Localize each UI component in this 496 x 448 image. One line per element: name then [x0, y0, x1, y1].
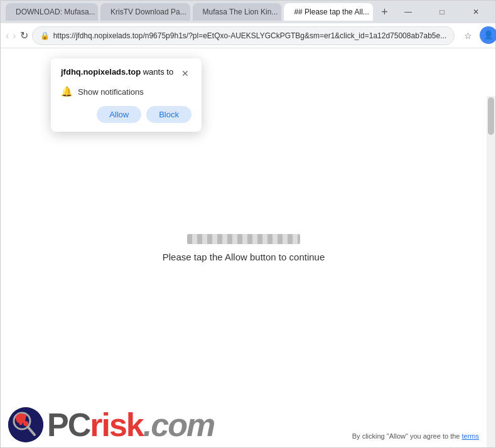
pcrisk-logo-icon	[8, 407, 43, 442]
logo-pc: PC	[47, 407, 90, 443]
popup-title: jfdhq.nopixelads.top wants to	[61, 67, 173, 77]
footer-terms: By clicking "Allow" you agree to the ter…	[352, 432, 479, 442]
new-tab-icon: +	[381, 6, 388, 19]
pcrisk-logo-text: PCrisk.com	[47, 408, 214, 441]
tab-mufasa[interactable]: Mufasa The Lion Kin... ✕	[193, 3, 282, 21]
back-button[interactable]: ‹	[6, 26, 9, 46]
content-area: jfdhq.nopixelads.top wants to ✕ 🔔 Show n…	[1, 48, 495, 447]
url-text: https://jfdhq.nopixelads.top/n9675p9h1s/…	[53, 31, 447, 40]
maximize-button[interactable]: □	[428, 3, 456, 21]
page-message: Please tap the Allow button to continue	[163, 252, 325, 262]
popup-domain: jfdhq.nopixelads.top	[61, 67, 141, 77]
scrollbar-thumb[interactable]	[488, 97, 494, 135]
tab-download-mufasa[interactable]: DOWNLOAD: Mufasa... ✕	[6, 3, 98, 21]
tab3-label: Mufasa The Lion Kin...	[203, 8, 278, 16]
toolbar-actions: ☆ 👤 ⋮	[458, 26, 496, 45]
progress-bar-container	[187, 234, 300, 244]
svg-point-4	[19, 422, 23, 425]
popup-title-suffix: wants to	[141, 67, 173, 77]
popup-close-button[interactable]: ✕	[179, 67, 191, 80]
profile-icon: 👤	[483, 30, 493, 40]
scrollbar[interactable]	[487, 96, 495, 447]
svg-point-3	[23, 414, 26, 418]
lock-icon: 🔒	[40, 31, 50, 40]
logo-area: PCrisk.com	[8, 407, 214, 442]
new-tab-button[interactable]: +	[378, 3, 391, 21]
title-bar: DOWNLOAD: Mufasa... ✕ KrisTV Download Pa…	[1, 1, 495, 23]
allow-button[interactable]: Allow	[97, 106, 141, 123]
svg-point-0	[8, 407, 43, 442]
forward-button[interactable]: ›	[13, 26, 16, 46]
logo-com: .com	[143, 407, 214, 443]
popup-header: jfdhq.nopixelads.top wants to ✕	[61, 67, 191, 80]
bell-icon: 🔔	[61, 86, 73, 97]
popup-notification-text: Show notifications	[78, 87, 144, 97]
tab-please-tap[interactable]: ## Please tap the All... ✕	[284, 3, 373, 21]
profile-button[interactable]: 👤	[480, 26, 496, 44]
tab2-label: KrisTV Download Pa...	[111, 8, 186, 16]
terms-link[interactable]: terms	[462, 432, 480, 440]
logo-risk: risk	[90, 407, 143, 443]
tab4-label: ## Please tap the All...	[294, 8, 369, 16]
tab1-label: DOWNLOAD: Mufasa...	[16, 8, 95, 16]
notification-popup: jfdhq.nopixelads.top wants to ✕ 🔔 Show n…	[51, 58, 202, 132]
minimize-button[interactable]: —	[394, 3, 423, 21]
tab-kristv[interactable]: KrisTV Download Pa... ✕	[100, 3, 190, 21]
address-bar[interactable]: 🔒 https://jfdhq.nopixelads.top/n9675p9h1…	[32, 26, 455, 45]
popup-notification-row: 🔔 Show notifications	[61, 86, 191, 97]
popup-buttons: Allow Block	[61, 106, 191, 123]
window-controls: — □ ✕	[394, 3, 490, 21]
svg-point-2	[16, 416, 21, 421]
page-footer: PCrisk.com By clicking "Allow" you agree…	[1, 402, 487, 447]
terms-text: By clicking "Allow" you agree to the	[352, 432, 460, 440]
close-button[interactable]: ✕	[461, 3, 490, 21]
pcrisk-logo-svg	[8, 407, 43, 442]
reload-button[interactable]: ↻	[20, 26, 28, 46]
browser-window: DOWNLOAD: Mufasa... ✕ KrisTV Download Pa…	[0, 0, 496, 448]
bookmark-button[interactable]: ☆	[458, 26, 477, 45]
browser-toolbar: ‹ › ↻ 🔒 https://jfdhq.nopixelads.top/n96…	[1, 23, 495, 48]
progress-bar	[187, 234, 300, 244]
block-button[interactable]: Block	[146, 106, 191, 123]
